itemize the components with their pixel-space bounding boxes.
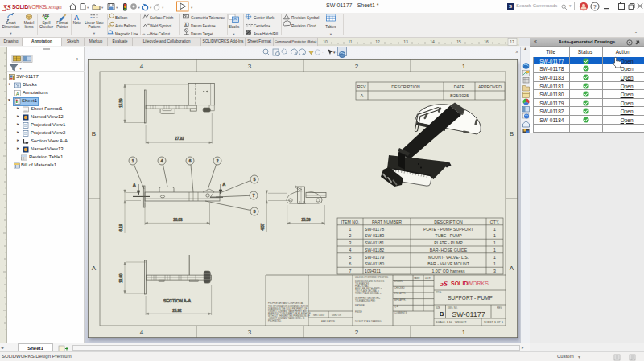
svg-text:·: · <box>322 50 324 55</box>
svg-text:1: 1 <box>349 227 352 232</box>
svg-text:FINISH: FINISH <box>355 310 362 314</box>
svg-text:6: 6 <box>189 159 192 163</box>
svg-text:SCALE: 1:10: SCALE: 1:10 <box>436 321 452 324</box>
svg-text:26.03: 26.03 <box>173 218 183 222</box>
svg-text:TITLE:: TITLE: <box>436 291 442 294</box>
svg-text:13.00: 13.00 <box>119 273 123 283</box>
svg-text:BAR - VALVE MOUNT: BAR - VALVE MOUNT <box>427 261 470 266</box>
svg-text:▾: ▾ <box>333 50 336 55</box>
svg-text:MOUNT- VALVE- L.S.: MOUNT- VALVE- L.S. <box>428 255 469 260</box>
svg-text:APPLICATION: APPLICATION <box>321 320 335 323</box>
svg-text:ƷS: ƷS <box>2 3 11 11</box>
svg-text:DESCRIPTION: DESCRIPTION <box>434 219 463 224</box>
svg-text:4.57: 4.57 <box>261 223 265 230</box>
svg-text:15.59: 15.59 <box>119 98 123 108</box>
svg-text:1: 1 <box>493 261 496 266</box>
svg-text:4: 4 <box>349 248 352 252</box>
svg-text:ǝS: ǝS <box>440 280 448 288</box>
svg-text:SHEET 1 OF 1: SHEET 1 OF 1 <box>484 321 503 324</box>
svg-text:7: 7 <box>349 269 352 273</box>
svg-text:4: 4 <box>161 159 163 163</box>
svg-text:3: 3 <box>248 63 252 70</box>
svg-text:A: A <box>361 93 364 98</box>
svg-text:▾: ▾ <box>101 6 104 10</box>
svg-text:2: 2 <box>217 159 219 163</box>
svg-text:›: › <box>76 56 79 62</box>
svg-text:MATERIAL: MATERIAL <box>355 304 365 307</box>
svg-text:A: A <box>510 265 514 272</box>
svg-text:1: 1 <box>493 227 496 232</box>
svg-text:1.00" OD harness: 1.00" OD harness <box>431 269 464 273</box>
svg-text:DATE: DATE <box>454 84 465 89</box>
svg-text:SW-01177: SW-01177 <box>452 310 485 318</box>
svg-text:B: B <box>92 130 96 137</box>
svg-text:13: 13 <box>403 39 408 44</box>
svg-text:25.92: 25.92 <box>172 309 182 313</box>
svg-text:6.19: 6.19 <box>119 224 123 231</box>
svg-text:27.32: 27.32 <box>175 137 184 141</box>
svg-text:5: 5 <box>349 255 352 260</box>
svg-text:▾: ▾ <box>150 6 152 10</box>
svg-text:SW-01179: SW-01179 <box>365 255 384 260</box>
svg-text:SW-01178: SW-01178 <box>365 227 384 232</box>
svg-text:DO NOT SCALE DRAWING: DO NOT SCALE DRAWING <box>355 320 381 323</box>
svg-text:6: 6 <box>349 261 352 266</box>
svg-text:4: 4 <box>140 329 144 336</box>
svg-text:A: A <box>92 265 97 272</box>
svg-text:SUPPORT - PUMP: SUPPORT - PUMP <box>448 295 493 301</box>
svg-text:CHECKED: CHECKED <box>394 286 405 289</box>
svg-text:SOLID: SOLID <box>451 281 468 286</box>
svg-text:1: 1 <box>132 159 134 163</box>
svg-text:ENG APPR.: ENG APPR. <box>394 292 406 295</box>
svg-text:DATE: DATE <box>425 277 431 280</box>
svg-text:WORKS: WORKS <box>468 281 489 286</box>
svg-text:B: B <box>440 310 444 318</box>
svg-text:SW-01182: SW-01182 <box>365 248 384 252</box>
svg-text:7: 7 <box>253 194 255 198</box>
svg-text:1: 1 <box>462 63 466 70</box>
svg-text:PART NUMBER: PART NUMBER <box>372 219 402 224</box>
svg-text:▾: ▾ <box>162 6 164 10</box>
svg-text:2: 2 <box>349 233 352 238</box>
svg-text:THREE PLACE DECIMAL ±: THREE PLACE DECIMAL ± <box>355 292 382 295</box>
svg-text:PLATE - PUMP SUPPORT: PLATE - PUMP SUPPORT <box>423 227 474 232</box>
svg-text:1: 1 <box>462 329 466 336</box>
svg-text:PROPRIETARY AND CONFIDENTIAL: PROPRIETARY AND CONFIDENTIAL <box>268 302 304 305</box>
svg-text:SW-01180: SW-01180 <box>365 261 384 266</box>
svg-text:APPROVED: APPROVED <box>478 84 502 89</box>
svg-text:TOLERANCING PER:: TOLERANCING PER: <box>355 299 376 302</box>
svg-text:QTY.: QTY. <box>490 219 499 224</box>
svg-text:1: 1 <box>493 248 496 252</box>
svg-text:PLATE - PUMP: PLATE - PUMP <box>434 240 463 245</box>
svg-text:4: 4 <box>140 63 144 70</box>
svg-text:15: 15 <box>456 39 461 44</box>
svg-text:SW-01183: SW-01183 <box>365 233 384 238</box>
svg-text:2: 2 <box>355 329 359 336</box>
svg-text:1094311: 1094311 <box>365 269 381 273</box>
svg-text:›: › <box>57 5 59 10</box>
svg-text:SECTION A-A: SECTION A-A <box>163 298 192 303</box>
svg-text:SW-01181: SW-01181 <box>365 240 384 245</box>
svg-text:A: A <box>74 14 79 22</box>
svg-text:COMMENTS:: COMMENTS: <box>394 311 407 314</box>
svg-text:3: 3 <box>493 269 496 273</box>
svg-text:14: 14 <box>430 39 435 44</box>
svg-text:WORKS: WORKS <box>27 4 47 10</box>
svg-text:Q.A.: Q.A. <box>394 305 398 308</box>
svg-text:Abc: Abc <box>43 14 50 18</box>
svg-text:REV: REV <box>497 306 502 310</box>
svg-text:1: 1 <box>493 233 496 238</box>
svg-text:Design: Design <box>45 4 62 10</box>
svg-text:▾: ▾ <box>116 6 118 10</box>
svg-text:1: 1 <box>493 255 496 260</box>
svg-text:A: A <box>133 183 136 187</box>
svg-text:MFG APPR.: MFG APPR. <box>394 298 406 302</box>
svg-text:▾: ▾ <box>191 6 193 10</box>
svg-text:SIZE: SIZE <box>436 306 440 310</box>
svg-text:3: 3 <box>254 210 256 214</box>
svg-text:1: 1 <box>493 240 496 245</box>
svg-text:PROHIBITED.: PROHIBITED. <box>268 319 282 322</box>
svg-text:10: 10 <box>323 39 328 44</box>
svg-text:11: 11 <box>348 39 352 44</box>
svg-text:2: 2 <box>355 63 359 70</box>
